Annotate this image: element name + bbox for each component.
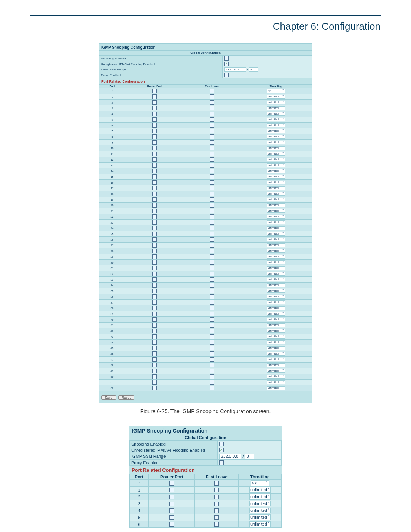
fast-leave-checkbox[interactable] xyxy=(214,481,219,486)
fast-leave-checkbox[interactable] xyxy=(210,363,214,367)
throttling-select[interactable]: unlimited˅ xyxy=(267,215,285,219)
throttling-select[interactable]: unlimited˅ xyxy=(267,318,285,321)
throttling-select[interactable]: unlimited˅ xyxy=(267,260,285,264)
fast-leave-checkbox[interactable] xyxy=(210,203,214,208)
fast-leave-checkbox[interactable] xyxy=(210,214,214,219)
router-port-checkbox[interactable] xyxy=(152,209,157,213)
fast-leave-checkbox[interactable] xyxy=(210,123,214,128)
ssm-ip-input[interactable]: 232.0.0.0 xyxy=(224,67,246,72)
fast-leave-checkbox[interactable] xyxy=(210,174,214,179)
router-port-checkbox[interactable] xyxy=(152,214,157,219)
throttling-select[interactable]: unlimited˅ xyxy=(249,494,271,500)
fast-leave-checkbox[interactable] xyxy=(210,329,214,333)
router-port-checkbox[interactable] xyxy=(152,169,157,173)
throttling-select[interactable]: unlimited˅ xyxy=(267,123,285,127)
router-port-checkbox[interactable] xyxy=(169,495,174,499)
router-port-checkbox[interactable] xyxy=(152,266,157,270)
fast-leave-checkbox[interactable] xyxy=(210,254,214,259)
ssm-mask-input[interactable]: 8 xyxy=(245,454,254,459)
checkbox[interactable] xyxy=(219,460,224,465)
router-port-checkbox[interactable] xyxy=(152,100,157,105)
fast-leave-checkbox[interactable] xyxy=(210,386,214,390)
router-port-checkbox[interactable] xyxy=(152,192,157,196)
throttling-select[interactable]: unlimited˅ xyxy=(267,186,285,190)
router-port-checkbox[interactable] xyxy=(169,508,174,513)
throttling-select[interactable]: unlimited˅ xyxy=(267,289,285,293)
throttling-select[interactable]: unlimited˅ xyxy=(267,146,285,150)
throttling-select[interactable]: unlimited˅ xyxy=(267,101,285,104)
router-port-checkbox[interactable] xyxy=(152,357,157,362)
router-port-checkbox[interactable] xyxy=(152,237,157,242)
router-port-checkbox[interactable] xyxy=(152,174,157,179)
fast-leave-checkbox[interactable] xyxy=(210,340,214,345)
router-port-checkbox[interactable] xyxy=(169,481,174,486)
fast-leave-checkbox[interactable] xyxy=(210,357,214,362)
throttling-select[interactable]: unlimited˅ xyxy=(267,152,285,156)
throttling-select[interactable]: unlimited˅ xyxy=(267,112,285,116)
router-port-checkbox[interactable] xyxy=(152,346,157,350)
fast-leave-checkbox[interactable] xyxy=(210,197,214,202)
throttling-select[interactable]: unlimited˅ xyxy=(267,158,285,161)
router-port-checkbox[interactable] xyxy=(152,134,157,139)
throttling-select[interactable]: unlimited˅ xyxy=(249,508,271,513)
throttling-select[interactable]: unlimited˅ xyxy=(249,514,271,520)
router-port-checkbox[interactable] xyxy=(152,163,157,168)
checkbox[interactable] xyxy=(224,73,229,77)
throttling-select[interactable]: unlimited˅ xyxy=(267,220,285,224)
router-port-checkbox[interactable] xyxy=(152,306,157,310)
fast-leave-checkbox[interactable] xyxy=(210,226,214,230)
router-port-checkbox[interactable] xyxy=(152,340,157,345)
fast-leave-checkbox[interactable] xyxy=(210,106,214,110)
router-port-checkbox[interactable] xyxy=(169,515,174,520)
fast-leave-checkbox[interactable] xyxy=(210,180,214,185)
throttling-select[interactable]: unlimited˅ xyxy=(267,358,285,361)
throttling-select[interactable]: unlimited˅ xyxy=(267,106,285,110)
throttling-select[interactable]: unlimited˅ xyxy=(267,141,285,144)
router-port-checkbox[interactable] xyxy=(152,254,157,259)
router-port-checkbox[interactable] xyxy=(152,283,157,288)
checkbox[interactable] xyxy=(224,56,229,61)
fast-leave-checkbox[interactable] xyxy=(210,300,214,305)
router-port-checkbox[interactable] xyxy=(169,488,174,492)
fast-leave-checkbox[interactable] xyxy=(210,243,214,248)
router-port-checkbox[interactable] xyxy=(152,369,157,373)
fast-leave-checkbox[interactable] xyxy=(210,312,214,316)
router-port-checkbox[interactable] xyxy=(152,226,157,230)
throttling-select[interactable]: unlimited˅ xyxy=(267,175,285,179)
router-port-checkbox[interactable] xyxy=(152,203,157,208)
checkbox[interactable] xyxy=(219,442,224,446)
throttling-select[interactable]: unlimited˅ xyxy=(267,192,285,196)
throttling-select[interactable]: unlimited˅ xyxy=(267,283,285,287)
router-port-checkbox[interactable] xyxy=(152,386,157,390)
fast-leave-checkbox[interactable] xyxy=(210,237,214,242)
throttling-select[interactable]: unlimited˅ xyxy=(267,266,285,270)
throttling-select[interactable]: unlimited˅ xyxy=(267,329,285,333)
throttling-select[interactable]: unlimited˅ xyxy=(267,238,285,241)
throttling-select[interactable]: unlimited˅ xyxy=(267,135,285,139)
router-port-checkbox[interactable] xyxy=(152,289,157,293)
fast-leave-checkbox[interactable] xyxy=(210,260,214,265)
router-port-checkbox[interactable] xyxy=(152,157,157,162)
throttling-select[interactable]: unlimited˅ xyxy=(267,306,285,310)
fast-leave-checkbox[interactable] xyxy=(214,508,219,513)
router-port-checkbox[interactable] xyxy=(152,329,157,333)
router-port-checkbox[interactable] xyxy=(152,312,157,316)
throttling-select[interactable]: unlimited˅ xyxy=(249,521,271,527)
fast-leave-checkbox[interactable] xyxy=(214,502,219,506)
throttling-select[interactable]: unlimited˅ xyxy=(267,335,285,339)
save-button[interactable]: Save xyxy=(101,395,116,400)
fast-leave-checkbox[interactable] xyxy=(210,157,214,162)
throttling-select[interactable]: unlimited˅ xyxy=(267,249,285,253)
router-port-checkbox[interactable] xyxy=(152,317,157,322)
throttling-select[interactable]: unlimited˅ xyxy=(267,352,285,356)
fast-leave-checkbox[interactable] xyxy=(210,192,214,196)
router-port-checkbox[interactable] xyxy=(152,140,157,145)
router-port-checkbox[interactable] xyxy=(152,89,157,93)
router-port-checkbox[interactable] xyxy=(152,123,157,128)
fast-leave-checkbox[interactable] xyxy=(210,374,214,379)
throttling-select[interactable]: unlimited˅ xyxy=(249,501,271,506)
router-port-checkbox[interactable] xyxy=(152,197,157,202)
throttling-select[interactable]: unlimited˅ xyxy=(267,118,285,121)
throttling-select[interactable]: unlimited˅ xyxy=(267,203,285,207)
reset-button[interactable]: Reset xyxy=(118,395,134,400)
